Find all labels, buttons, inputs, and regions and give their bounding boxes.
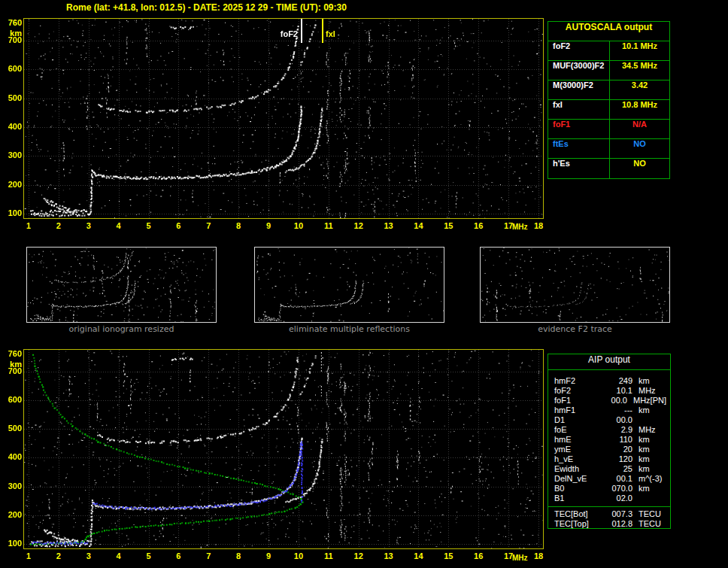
thumbnail-original-canvas — [27, 248, 216, 322]
autoscala-row-value: NO — [610, 159, 669, 178]
aip-row-foE: foE2.9MHz — [548, 425, 670, 435]
autoscala-row-h'Es: h'EsNO — [548, 159, 669, 178]
aip-note: [PN] — [651, 396, 670, 405]
aip-unit — [632, 494, 639, 503]
thumbnail-original-ionogram — [26, 247, 217, 323]
bottom-x-tick-17: 17 — [499, 551, 517, 560]
top-y-tick-760: 760 — [1, 18, 22, 27]
bottom-x-tick-8: 8 — [229, 551, 247, 560]
autoscala-row-value: 10.8 MHz — [610, 100, 669, 119]
aip-label: DelN_vE — [548, 474, 602, 484]
bottom-y-tick-100: 100 — [1, 539, 22, 548]
thumbnail-caption-no-multiples: eliminate multiple reflections — [254, 324, 444, 334]
top-x-tick-6: 6 — [169, 221, 187, 230]
top-x-tick-15: 15 — [439, 221, 457, 230]
thumbnail-caption-f2-trace: evidence F2 trace — [480, 324, 670, 334]
aip-row-h_vE: h_vE120km — [548, 454, 670, 464]
aip-value: 007.3 — [602, 509, 632, 519]
bottom-y-tick-760: 760 — [1, 349, 22, 358]
top-x-tick-3: 3 — [80, 221, 98, 230]
aip-unit: MHz — [632, 386, 656, 396]
thumbnail-no-multiples — [254, 247, 444, 323]
autoscala-row-label: foF2 — [548, 41, 610, 60]
top-y-tick-600: 600 — [1, 64, 22, 73]
autoscala-row-label: MUF(3000)F2 — [548, 61, 610, 80]
aip-row-B0: B0070.0km — [548, 484, 670, 494]
aip-row-foF2: foF210.1MHz — [548, 386, 670, 396]
aip-value: --- — [602, 405, 632, 415]
autoscala-output-table: AUTOSCALA output foF210.1 MHzMUF(3000)F2… — [548, 21, 670, 179]
bottom-x-tick-10: 10 — [290, 551, 308, 560]
aip-value: 070.0 — [602, 484, 632, 494]
aip-row-TEC[Bot]: TEC[Bot]007.3TECU — [548, 509, 670, 519]
top-x-tick-8: 8 — [229, 221, 247, 230]
bottom-x-tick-6: 6 — [169, 551, 187, 560]
top-y-tick-100: 100 — [1, 208, 22, 217]
bottom-x-tick-11: 11 — [320, 551, 338, 560]
top-x-tick-17: 17 — [499, 221, 517, 230]
top-x-tick-18: 18 — [529, 221, 548, 230]
ionogram-analysis-screen: Rome (lat: +41.8, lon: 012.5) - DATE: 20… — [0, 0, 728, 568]
top-y-tick-400: 400 — [1, 122, 22, 131]
top-ionogram-canvas — [24, 19, 543, 218]
bottom-y-tick-400: 400 — [1, 452, 22, 461]
aip-unit: TECU — [632, 509, 661, 519]
autoscala-row-fxI: fxI10.8 MHz — [548, 100, 669, 120]
station-date-time-title: Rome (lat: +41.8, lon: 012.5) - DATE: 20… — [66, 2, 347, 13]
bottom-x-tick-7: 7 — [199, 551, 217, 560]
aip-label: foF1 — [548, 396, 599, 405]
aip-label: D1 — [548, 415, 602, 425]
autoscala-row-label: foF1 — [548, 120, 610, 138]
aip-label: hmF1 — [548, 405, 602, 415]
bottom-x-tick-15: 15 — [439, 551, 457, 560]
aip-row-ymE: ymE20km — [548, 445, 670, 454]
bottom-x-tick-14: 14 — [409, 551, 427, 560]
aip-unit: MHz — [627, 396, 651, 405]
aip-value: 00.0 — [599, 396, 627, 405]
bottom-x-tick-12: 12 — [350, 551, 368, 560]
aip-unit: km — [632, 454, 650, 464]
aip-row-TEC[Top]: TEC[Top]012.8TECU — [548, 519, 670, 529]
autoscala-row-M(3000)F2: M(3000)F23.42 — [548, 80, 669, 100]
aip-table-title: AIP output — [548, 354, 670, 370]
top-x-tick-12: 12 — [350, 221, 368, 230]
bottom-y-tick-300: 300 — [1, 481, 22, 491]
autoscala-row-value: 10.1 MHz — [610, 41, 669, 60]
autoscala-row-MUF(3000)F2: MUF(3000)F234.5 MHz — [548, 61, 669, 80]
top-x-tick-16: 16 — [469, 221, 487, 230]
aip-unit: MHz — [632, 425, 656, 435]
autoscala-row-value: N/A — [610, 120, 669, 138]
thumbnail-f2-trace — [480, 247, 670, 323]
aip-value: 012.8 — [602, 519, 632, 529]
aip-row-Ewidth: Ewidth25km — [548, 464, 670, 474]
thumbnail-f2-trace-canvas — [481, 248, 669, 322]
top-x-tick-2: 2 — [50, 221, 68, 230]
bottom-x-tick-9: 9 — [259, 551, 278, 560]
aip-label: hmE — [548, 435, 602, 445]
top-x-tick-5: 5 — [140, 221, 158, 230]
top-x-tick-1: 1 — [20, 221, 38, 230]
aip-label: B0 — [548, 484, 602, 494]
top-y-tick-300: 300 — [1, 150, 22, 159]
aip-value: 00.1 — [602, 474, 632, 484]
aip-unit — [632, 415, 639, 425]
top-x-tick-10: 10 — [290, 221, 308, 230]
autoscala-row-label: M(3000)F2 — [548, 80, 610, 99]
aip-unit: km — [632, 464, 650, 474]
autoscala-row-label: h'Es — [548, 159, 610, 178]
aip-unit: km — [632, 484, 650, 494]
top-x-tick-13: 13 — [380, 221, 398, 230]
top-x-tick-14: 14 — [409, 221, 427, 230]
aip-unit: km — [632, 445, 650, 454]
fof2-marker-line — [301, 19, 302, 43]
aip-unit: m^(-3) — [632, 474, 662, 484]
aip-value: 25 — [602, 464, 632, 474]
aip-label: B1 — [548, 494, 602, 503]
fxi-marker-label: fxI — [326, 29, 335, 38]
bottom-x-tick-3: 3 — [80, 551, 98, 560]
aip-label: h_vE — [548, 454, 602, 464]
autoscala-row-value: 34.5 MHz — [610, 61, 669, 80]
aip-row-hmF2: hmF2249km — [548, 376, 670, 386]
top-x-tick-7: 7 — [199, 221, 217, 230]
aip-label: foE — [548, 425, 602, 435]
